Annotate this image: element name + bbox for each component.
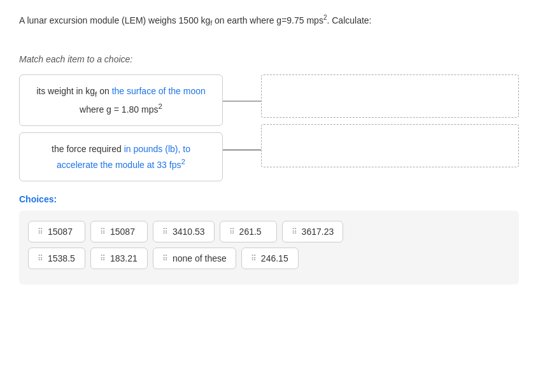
- choices-row-2: ⠿ 1538.5 ⠿ 183.21 ⠿ none of these ⠿ 246.…: [28, 248, 510, 269]
- choices-area: ⠿ 15087 ⠿ 15087 ⠿ 3410.53 ⠿ 261.5 ⠿ 3617…: [19, 211, 519, 284]
- question-text: A lunar excursion module (LEM) weighs 15…: [19, 13, 519, 29]
- match-instruction: Match each item to a choice:: [19, 54, 519, 64]
- choice-15087-a[interactable]: ⠿ 15087: [28, 221, 85, 242]
- drop-zone-2[interactable]: [261, 124, 519, 167]
- drag-icon: ⠿: [162, 254, 167, 263]
- choice-value: 261.5: [239, 227, 262, 237]
- choices-row-1: ⠿ 15087 ⠿ 15087 ⠿ 3410.53 ⠿ 261.5 ⠿ 3617…: [28, 221, 510, 242]
- drag-icon: ⠿: [292, 227, 297, 236]
- drag-icon: ⠿: [38, 227, 43, 236]
- choice-183[interactable]: ⠿ 183.21: [90, 248, 148, 269]
- choice-none-of-these[interactable]: ⠿ none of these: [153, 248, 236, 269]
- drag-icon: ⠿: [38, 254, 43, 263]
- match-item-1: its weight in kgf on the surface of the …: [19, 74, 223, 126]
- drop-zones-container: [261, 74, 519, 181]
- drag-icon: ⠿: [162, 227, 167, 236]
- drag-icon: ⠿: [100, 227, 105, 236]
- drag-icon: ⠿: [100, 254, 105, 263]
- choice-value: 183.21: [110, 253, 138, 263]
- choice-value: 3617.23: [302, 227, 334, 237]
- choice-1538[interactable]: ⠿ 1538.5: [28, 248, 85, 269]
- choice-value: 15087: [110, 227, 135, 237]
- choice-value: none of these: [173, 253, 227, 263]
- match-items-container: its weight in kgf on the surface of the …: [19, 74, 223, 181]
- choices-label: Choices:: [19, 194, 519, 204]
- choice-value: 246.15: [261, 253, 288, 263]
- drag-icon: ⠿: [229, 227, 234, 236]
- drop-zone-1[interactable]: [261, 74, 519, 118]
- choice-value: 15087: [48, 227, 73, 237]
- connector-lines: [223, 74, 261, 181]
- choice-15087-b[interactable]: ⠿ 15087: [90, 221, 148, 242]
- choice-246[interactable]: ⠿ 246.15: [241, 248, 299, 269]
- choice-3617[interactable]: ⠿ 3617.23: [282, 221, 344, 242]
- match-item-2: the force required in pounds (lb), to ac…: [19, 132, 223, 181]
- choice-261[interactable]: ⠿ 261.5: [220, 221, 277, 242]
- choice-3410[interactable]: ⠿ 3410.53: [153, 221, 215, 242]
- drag-icon: ⠿: [251, 254, 256, 263]
- choice-value: 1538.5: [48, 253, 75, 263]
- choice-value: 3410.53: [173, 227, 205, 237]
